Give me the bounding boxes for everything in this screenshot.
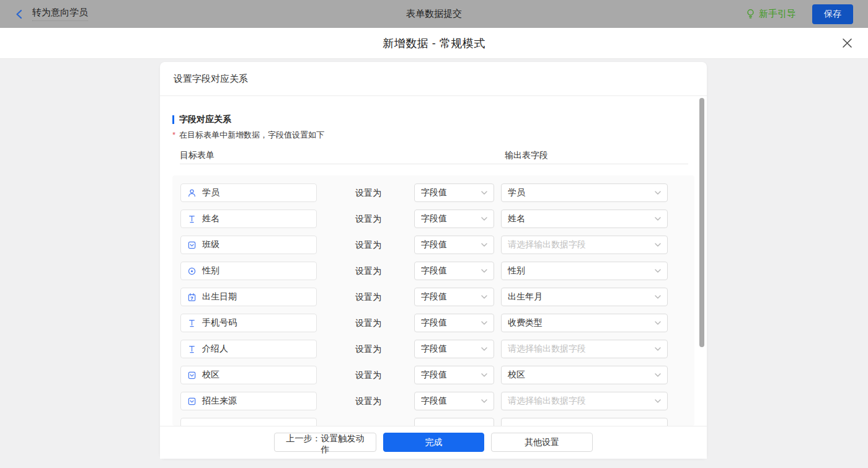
set-as-label: 设置为 xyxy=(355,366,384,384)
card-title: 设置字段对应关系 xyxy=(160,62,707,96)
target-field-label: 手机号码 xyxy=(202,317,237,329)
text-input-icon xyxy=(187,319,197,328)
column-headers: 目标表单 输出表字段 xyxy=(172,150,694,159)
text-input-icon xyxy=(187,214,197,224)
chevron-down-icon xyxy=(481,217,487,221)
chevron-down-icon xyxy=(481,373,487,377)
target-field-box: 学员 xyxy=(180,183,317,202)
output-field-value: 出生年月 xyxy=(508,291,542,302)
close-icon[interactable] xyxy=(841,37,853,50)
value-mode-value: 字段值 xyxy=(421,265,447,276)
target-field-label: 介绍人 xyxy=(202,343,228,355)
value-mode-value: 字段值 xyxy=(421,395,447,407)
value-mode-select[interactable]: 字段值 xyxy=(414,236,494,254)
value-mode-select[interactable]: 字段值 xyxy=(414,262,494,280)
value-mode-value: 字段值 xyxy=(421,317,447,329)
mapping-row xyxy=(180,418,694,426)
value-mode-select[interactable]: 字段值 xyxy=(414,288,494,306)
set-as-label: 设置为 xyxy=(355,314,384,332)
text-input-icon xyxy=(187,345,197,354)
value-mode-value: 字段值 xyxy=(421,291,447,302)
output-field-select[interactable]: 姓名 xyxy=(501,210,668,228)
target-field-label: 校区 xyxy=(202,369,219,381)
chevron-down-icon xyxy=(655,373,661,377)
select-icon xyxy=(187,241,197,250)
value-mode-select[interactable]: 字段值 xyxy=(414,210,494,228)
output-field-value: 姓名 xyxy=(508,213,525,224)
output-field-select[interactable]: 请选择输出数据字段 xyxy=(501,340,668,358)
section-accent-bar xyxy=(172,115,174,124)
back-button[interactable] xyxy=(15,9,24,19)
output-field-select[interactable]: 出生年月 xyxy=(501,288,668,306)
modal-header: 新增数据 - 常规模式 xyxy=(0,28,868,59)
value-mode-select[interactable]: 字段值 xyxy=(414,366,494,384)
set-as-label: 设置为 xyxy=(355,210,384,228)
output-field-value: 学员 xyxy=(508,187,525,198)
prev-step-button[interactable]: 上一步：设置触发动作 xyxy=(274,433,376,452)
scrollbar[interactable] xyxy=(699,98,704,347)
guide-link[interactable]: 新手引导 xyxy=(746,8,796,20)
value-mode-value: 字段值 xyxy=(421,187,447,198)
target-field-box xyxy=(180,418,317,426)
mapping-row: 出生日期设置为字段值出生年月 xyxy=(180,288,694,306)
target-field-box: 班级 xyxy=(180,236,317,254)
value-mode-value: 字段值 xyxy=(421,343,447,355)
chevron-down-icon xyxy=(655,243,661,247)
set-as-label: 设置为 xyxy=(355,183,384,202)
target-field-label: 出生日期 xyxy=(202,291,237,302)
target-field-label: 性别 xyxy=(202,265,219,276)
target-field-box: 出生日期 xyxy=(180,288,317,306)
chevron-down-icon xyxy=(655,399,661,403)
set-as-label: 设置为 xyxy=(355,288,384,306)
chevron-down-icon xyxy=(481,191,487,195)
output-field-select[interactable]: 请选择输出数据字段 xyxy=(501,236,668,254)
value-mode-value: 字段值 xyxy=(421,369,447,381)
output-field-select[interactable]: 收费类型 xyxy=(501,314,668,332)
output-field-select[interactable]: 请选择输出数据字段 xyxy=(501,392,668,410)
page-title: 表单数据提交 xyxy=(406,8,462,20)
output-field-value: 请选择输出数据字段 xyxy=(508,343,586,355)
value-mode-value: 字段值 xyxy=(421,239,447,250)
value-mode-select[interactable]: 字段值 xyxy=(414,340,494,358)
flow-title[interactable]: 转为意向学员 xyxy=(32,7,88,21)
mapping-row: 招生来源设置为字段值请选择输出数据字段 xyxy=(180,392,694,410)
value-mode-select[interactable] xyxy=(414,418,494,426)
output-field-select[interactable]: 校区 xyxy=(501,366,668,384)
output-field-select[interactable]: 性别 xyxy=(501,262,668,280)
output-field-value: 请选择输出数据字段 xyxy=(508,395,586,407)
select-icon xyxy=(187,397,197,406)
required-asterisk: * xyxy=(172,130,175,139)
target-field-box: 手机号码 xyxy=(180,314,317,332)
radio-icon xyxy=(187,267,197,276)
chevron-left-icon xyxy=(15,9,24,19)
lightbulb-icon xyxy=(746,9,755,19)
chevron-down-icon xyxy=(481,269,487,273)
modal-title: 新增数据 - 常规模式 xyxy=(383,36,485,51)
chevron-down-icon xyxy=(655,347,661,351)
done-button[interactable]: 完成 xyxy=(383,433,484,452)
chevron-down-icon xyxy=(481,321,487,325)
chevron-down-icon xyxy=(655,295,661,299)
mapping-row: 介绍人设置为字段值请选择输出数据字段 xyxy=(180,340,694,358)
target-field-box: 姓名 xyxy=(180,210,317,228)
output-field-value: 性别 xyxy=(508,265,525,276)
value-mode-select[interactable]: 字段值 xyxy=(414,183,494,202)
value-mode-select[interactable]: 字段值 xyxy=(414,314,494,332)
output-field-value: 收费类型 xyxy=(508,317,542,329)
chevron-down-icon xyxy=(655,217,661,221)
other-settings-button[interactable]: 其他设置 xyxy=(491,433,593,452)
output-field-select[interactable]: 学员 xyxy=(501,183,668,202)
mapping-row: 性别设置为字段值性别 xyxy=(180,262,694,280)
target-field-label: 姓名 xyxy=(202,213,219,224)
output-field-select[interactable] xyxy=(501,418,668,426)
footer-actions: 上一步：设置触发动作 完成 其他设置 xyxy=(160,426,707,459)
value-mode-select[interactable]: 字段值 xyxy=(414,392,494,410)
mapping-row: 姓名设置为字段值姓名 xyxy=(180,210,694,228)
value-mode-value: 字段值 xyxy=(421,213,447,224)
save-button[interactable]: 保存 xyxy=(812,4,853,24)
column-target-form: 目标表单 xyxy=(180,150,215,161)
chevron-down-icon xyxy=(655,321,661,325)
mapping-row: 班级设置为字段值请选择输出数据字段 xyxy=(180,236,694,254)
note-text: 在目标表单中新增数据，字段值设置如下 xyxy=(179,130,324,141)
chevron-down-icon xyxy=(481,295,487,299)
